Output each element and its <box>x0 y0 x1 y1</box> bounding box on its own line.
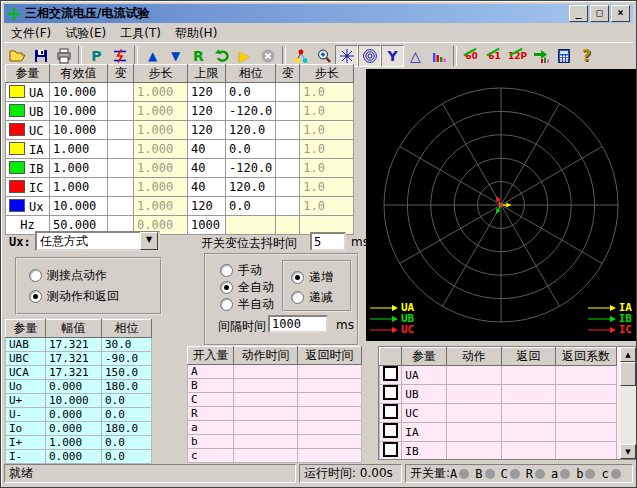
scroll-up-icon[interactable]: ▲ <box>620 347 636 362</box>
step-cell[interactable]: 1.000 <box>134 159 188 178</box>
var-cell[interactable] <box>276 140 300 159</box>
scroll-down-icon[interactable]: ▼ <box>620 444 636 459</box>
radio-manual[interactable]: 手动 <box>220 262 262 279</box>
test-60-icon[interactable]: 60 <box>460 45 483 67</box>
step-cell[interactable]: 1.000 <box>134 121 188 140</box>
report-icon[interactable] <box>529 45 552 67</box>
chevron-down-icon[interactable]: ▼ <box>140 232 158 250</box>
step-cell[interactable]: 1.0 <box>300 197 354 216</box>
radio-icon[interactable] <box>291 271 304 284</box>
radio-full-auto[interactable]: 全自动 <box>220 279 274 296</box>
var-cell[interactable] <box>108 197 134 216</box>
col-header[interactable]: 变 <box>276 65 300 83</box>
delta-connection-icon[interactable]: △ <box>404 45 427 67</box>
limit-cell[interactable]: 120 <box>188 121 226 140</box>
col-header[interactable]: 幅值 <box>46 320 102 338</box>
help-icon[interactable]: ? <box>575 45 598 67</box>
var-cell[interactable] <box>276 178 300 197</box>
close-button[interactable]: × <box>611 5 630 22</box>
col-header[interactable]: 有效值 <box>50 65 108 83</box>
var-cell[interactable] <box>276 83 300 102</box>
col-header[interactable]: 相位 <box>226 65 276 83</box>
step-cell[interactable]: 1.000 <box>134 83 188 102</box>
rings-view-icon[interactable] <box>358 45 381 67</box>
rms-cell[interactable]: 10.000 <box>50 102 108 121</box>
step-cell[interactable]: 1.0 <box>300 140 354 159</box>
y-connection-icon[interactable]: Y <box>381 45 404 67</box>
step-cell[interactable]: 1.0 <box>300 178 354 197</box>
radio-icon[interactable] <box>29 269 42 282</box>
step-cell[interactable]: 1.0 <box>300 159 354 178</box>
phase-cell[interactable]: 120.0 <box>226 121 276 140</box>
limit-cell[interactable]: 40 <box>188 178 226 197</box>
limit-cell[interactable]: 1000 <box>188 216 226 235</box>
col-header[interactable]: 变 <box>108 65 134 83</box>
radio-icon[interactable] <box>220 264 233 277</box>
radio-decrement[interactable]: 递减 <box>291 289 333 306</box>
rms-cell[interactable]: 10.000 <box>50 121 108 140</box>
var-cell[interactable] <box>108 102 134 121</box>
maximize-button[interactable]: □ <box>590 5 609 22</box>
col-header[interactable]: 参量 <box>402 348 447 366</box>
phase-cell[interactable]: -120.0 <box>226 159 276 178</box>
menu-file[interactable]: 文件(F) <box>4 24 58 43</box>
rms-cell[interactable]: 1.000 <box>50 140 108 159</box>
var-cell[interactable] <box>276 197 300 216</box>
step-cell[interactable]: 1.000 <box>134 140 188 159</box>
row-checkbox[interactable] <box>383 385 398 400</box>
radio-icon[interactable] <box>291 291 304 304</box>
limit-cell[interactable]: 120 <box>188 83 226 102</box>
col-header[interactable]: 相位 <box>102 320 152 338</box>
row-checkbox[interactable] <box>383 366 398 381</box>
radio-action-return[interactable]: 测动作和返回 <box>29 288 119 305</box>
col-header[interactable]: 动作时间 <box>234 347 298 365</box>
limit-cell[interactable]: 120 <box>188 197 226 216</box>
phase-cell[interactable]: 0.0 <box>226 197 276 216</box>
radio-icon[interactable] <box>29 290 42 303</box>
col-header[interactable]: 步长 <box>134 65 188 83</box>
col-header[interactable]: 步长 <box>300 65 354 83</box>
var-cell[interactable] <box>276 159 300 178</box>
minimize-button[interactable]: _ <box>569 5 588 22</box>
phase-cell[interactable]: 120.0 <box>226 178 276 197</box>
menu-tools[interactable]: 工具(T) <box>113 24 168 43</box>
radio-semi-auto[interactable]: 半自动 <box>220 296 274 313</box>
menu-test[interactable]: 试验(E) <box>58 24 113 43</box>
var-cell[interactable] <box>108 178 134 197</box>
step-cell[interactable]: 1.0 <box>300 121 354 140</box>
col-header[interactable]: 动作 <box>446 348 501 366</box>
scroll-thumb[interactable] <box>620 362 636 386</box>
test-61-icon[interactable]: 61 <box>483 45 506 67</box>
var-cell[interactable] <box>108 121 134 140</box>
limit-cell[interactable]: 40 <box>188 159 226 178</box>
test-12p-icon[interactable]: 12P <box>506 45 529 67</box>
radio-increment[interactable]: 递增 <box>291 269 333 286</box>
rms-cell[interactable]: 1.000 <box>50 178 108 197</box>
phase-cell[interactable]: -120.0 <box>226 102 276 121</box>
ux-mode-select[interactable]: 任意方式 ▼ <box>35 231 160 251</box>
radio-icon[interactable] <box>220 298 233 311</box>
var-cell[interactable] <box>276 102 300 121</box>
step-cell[interactable]: 1.0 <box>300 83 354 102</box>
menu-help[interactable]: 帮助(H) <box>168 24 224 43</box>
col-header[interactable]: 开入量 <box>188 347 234 365</box>
step-cell[interactable]: 1.0 <box>300 102 354 121</box>
radio-icon[interactable] <box>220 281 233 294</box>
col-header[interactable]: 返回 <box>501 348 556 366</box>
var-cell[interactable] <box>108 83 134 102</box>
step-cell[interactable]: 1.000 <box>134 178 188 197</box>
limit-cell[interactable]: 40 <box>188 140 226 159</box>
row-checkbox[interactable] <box>383 404 398 419</box>
var-cell[interactable] <box>108 159 134 178</box>
harmonics-icon[interactable] <box>427 45 450 67</box>
step-cell[interactable]: 1.000 <box>134 102 188 121</box>
debounce-input[interactable] <box>310 232 346 251</box>
interval-input[interactable] <box>268 315 328 333</box>
calculator-icon[interactable] <box>552 45 575 67</box>
rms-cell[interactable]: 10.000 <box>50 83 108 102</box>
rms-cell[interactable]: 1.000 <box>50 159 108 178</box>
col-header[interactable]: 返回系数 <box>556 348 617 366</box>
col-header[interactable]: 返回时间 <box>298 347 362 365</box>
col-header[interactable]: 参量 <box>6 320 46 338</box>
col-header[interactable]: 参量 <box>6 65 50 83</box>
